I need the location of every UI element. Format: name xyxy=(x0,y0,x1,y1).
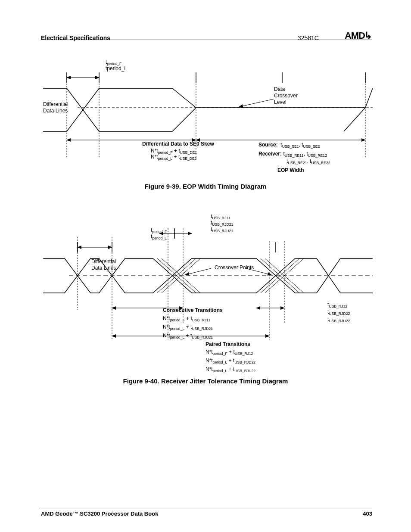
header-rule xyxy=(41,40,372,40)
svg-line-27 xyxy=(185,268,211,275)
cons-2: N*tperiod_L + tUSB_RJD21 xyxy=(163,324,213,331)
eop-width-label: EOP Width xyxy=(277,167,304,174)
cons-title: Consecutive Transitions xyxy=(163,307,223,314)
right-j2: tUSB_RJD22 xyxy=(327,309,350,316)
crossover-level-label: Data Crossover Level xyxy=(274,86,298,106)
footer-book: AMD Geode™ SC3200 Processor Data Book xyxy=(41,510,158,517)
fig-40-caption: Figure 9-40. Receiver Jitter Tolerance T… xyxy=(0,377,411,385)
tperiod2-l: tperiod_L xyxy=(151,233,167,241)
receiver-label: Receiver: tUSB_RE11, tUSB_RE12 xyxy=(258,151,327,158)
source-label: Source: tUSB_SE1, tUSB_SE2 xyxy=(258,142,320,149)
cons-3: N*tperiod_L + tUSB_RJU21 xyxy=(163,333,213,340)
paired-3: N*tperiod_L + tUSB_RJU22 xyxy=(206,366,255,373)
doc-number: 32581C xyxy=(298,34,319,41)
diff-lines-2: Differential Data Lines xyxy=(91,258,116,271)
receiver-label-2: tUSB_RE21, tUSB_RE22 xyxy=(286,158,330,165)
right-j1: tUSB_RJ12 xyxy=(327,302,347,309)
svg-line-11 xyxy=(239,99,274,107)
cons-1: N*tperiod_F + tUSB_RJ11 xyxy=(163,315,210,323)
skew-title: Differential Data to SE0 Skew xyxy=(142,141,214,147)
footer-rule xyxy=(41,508,372,508)
top-j3: tUSB_RJU21 xyxy=(211,226,233,233)
right-j3: tUSB_RJU22 xyxy=(327,316,350,324)
diff-lines-label: Differential Data Lines xyxy=(43,101,68,114)
paired-title: Paired Transitions xyxy=(206,341,250,348)
paired-2: N*tperiod_L + tUSB_RJD22 xyxy=(206,358,255,365)
paired-1: N*tperiod_F + tUSB_RJ12 xyxy=(206,349,253,356)
section-title: Electrical Specifications xyxy=(41,34,110,41)
fig-39-caption: Figure 9-39. EOP Width Timing Diagram xyxy=(0,183,411,190)
footer-page: 403 xyxy=(363,510,372,517)
tperiod-l-label: tperiod_L xyxy=(106,65,127,72)
page-footer: AMD Geode™ SC3200 Processor Data Book 40… xyxy=(41,510,372,517)
skew-line-2: N*tperiod_L + tUSB_DE2 xyxy=(151,154,197,161)
crossover-points-label: Crossover Points xyxy=(215,264,254,271)
